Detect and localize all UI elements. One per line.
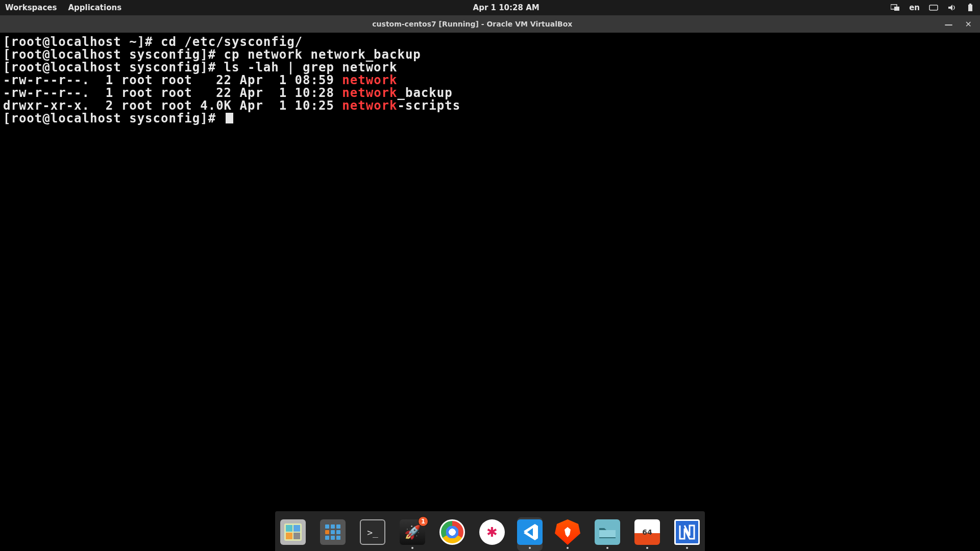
volume-icon[interactable]: [947, 4, 957, 11]
files-manager-icon: [280, 519, 306, 545]
terminal-text: [root@localhost sysconfig]# cp network n…: [3, 47, 421, 62]
desktop-top-panel: Workspaces Applications Apr 1 10:28 AM e…: [0, 0, 980, 15]
terminal-text: -scripts: [397, 98, 460, 113]
terminal-text: [root@localhost sysconfig]#: [3, 111, 224, 126]
terminal-text: [root@localhost ~]# cd /etc/sysconfig/: [3, 35, 303, 49]
grep-highlight: network: [342, 98, 397, 113]
svg-rect-15: [331, 530, 335, 534]
network-icon[interactable]: [929, 4, 938, 11]
dock-badge: 1: [418, 516, 428, 527]
file-manager-2-icon: [595, 519, 620, 545]
svg-rect-19: [336, 536, 340, 540]
svg-rect-16: [336, 530, 340, 534]
workspaces-menu[interactable]: Workspaces: [5, 3, 57, 12]
dock-item-chrome-browser[interactable]: [439, 519, 465, 549]
applications-menu[interactable]: Applications: [68, 3, 121, 12]
terminal-line: [root@localhost sysconfig]# cp network n…: [3, 48, 977, 61]
dock-item-files-manager[interactable]: [280, 519, 306, 549]
grep-highlight: network: [342, 73, 397, 87]
terminal-line: -rw-r--r--. 1 root root 22 Apr 1 10:28 n…: [3, 87, 977, 99]
dock-item-vscode-app[interactable]: [517, 517, 543, 551]
virtualbox-app-icon: [674, 519, 700, 545]
svg-rect-11: [325, 524, 329, 529]
grep-highlight: network: [342, 86, 397, 100]
terminal-line: [root@localhost sysconfig]# ls -lah | gr…: [3, 61, 977, 74]
running-indicator-icon: [606, 547, 608, 549]
vm-window-titlebar[interactable]: custom-centos7 [Running] - Oracle VM Vir…: [0, 15, 980, 33]
svg-rect-9: [286, 533, 292, 539]
screen-share-icon[interactable]: [891, 4, 900, 11]
terminal-text: _backup: [397, 86, 452, 100]
dock-item-file-manager-2[interactable]: [595, 519, 620, 549]
svg-rect-7: [286, 525, 292, 532]
running-indicator-icon: [646, 547, 648, 549]
terminal-line: [root@localhost ~]# cd /etc/sysconfig/: [3, 36, 977, 48]
vm-window-title: custom-centos7 [Running] - Oracle VM Vir…: [0, 20, 945, 28]
battery-icon[interactable]: [966, 4, 975, 11]
dock-item-calendar-app[interactable]: 64: [634, 519, 660, 549]
window-minimize-button[interactable]: —: [945, 19, 953, 29]
dock-item-show-apps[interactable]: [320, 519, 346, 549]
calendar-app-icon: 64: [634, 519, 660, 545]
svg-rect-1: [894, 7, 899, 11]
chrome-browser-icon: [439, 519, 465, 545]
svg-marker-3: [948, 5, 952, 11]
svg-rect-10: [293, 533, 300, 539]
dock-item-slack-app[interactable]: ✱: [479, 519, 505, 549]
input-language-indicator[interactable]: en: [909, 3, 920, 12]
dock-item-terminal-app[interactable]: >_: [360, 519, 385, 549]
dock-item-brave-browser[interactable]: [555, 519, 580, 549]
window-close-button[interactable]: ✕: [965, 19, 972, 29]
svg-rect-5: [969, 4, 971, 5]
vscode-app-icon: [517, 519, 543, 545]
slack-app-icon: ✱: [479, 519, 505, 545]
svg-rect-14: [325, 530, 329, 534]
terminal-app-icon: >_: [360, 519, 385, 545]
running-indicator-icon: [411, 547, 413, 549]
svg-rect-18: [331, 536, 335, 540]
dock: >_🚀1✱64: [275, 511, 705, 551]
svg-marker-20: [524, 524, 538, 540]
svg-rect-17: [325, 536, 329, 540]
running-indicator-icon: [529, 547, 531, 549]
terminal-text: -rw-r--r--. 1 root root 22 Apr 1 08:59: [3, 73, 342, 87]
running-indicator-icon: [567, 547, 569, 549]
svg-rect-12: [331, 524, 335, 529]
panel-clock[interactable]: Apr 1 10:28 AM: [473, 3, 540, 12]
terminal-text: [root@localhost sysconfig]# ls -lah | gr…: [3, 60, 397, 74]
brave-browser-icon: [555, 519, 580, 545]
terminal-cursor: [226, 113, 233, 123]
terminal-text: -rw-r--r--. 1 root root 22 Apr 1 10:28: [3, 86, 342, 100]
svg-rect-4: [968, 5, 972, 11]
show-apps-icon: [320, 519, 346, 545]
svg-rect-8: [293, 525, 300, 532]
svg-rect-2: [929, 5, 938, 10]
dock-item-launcher-app[interactable]: 🚀1: [400, 519, 425, 549]
svg-rect-13: [336, 524, 340, 529]
terminal-text: drwxr-xr-x. 2 root root 4.0K Apr 1 10:25: [3, 98, 342, 113]
terminal-line: drwxr-xr-x. 2 root root 4.0K Apr 1 10:25…: [3, 99, 977, 112]
running-indicator-icon: [686, 547, 688, 549]
dock-item-virtualbox-app[interactable]: [674, 519, 700, 549]
vm-terminal[interactable]: [root@localhost ~]# cd /etc/sysconfig/[r…: [0, 33, 980, 551]
terminal-line: -rw-r--r--. 1 root root 22 Apr 1 08:59 n…: [3, 74, 977, 87]
terminal-line: [root@localhost sysconfig]#: [3, 112, 977, 125]
